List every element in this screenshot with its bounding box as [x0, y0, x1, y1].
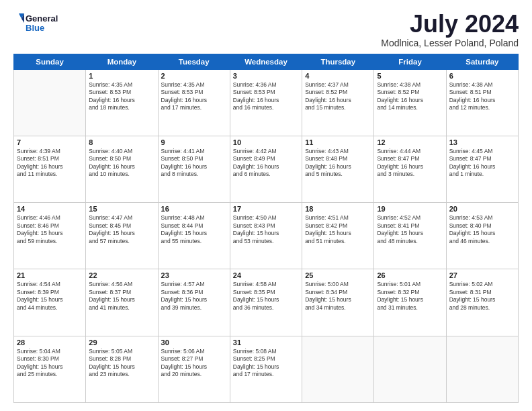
- svg-text:General: General: [26, 13, 58, 24]
- col-tuesday: Tuesday: [158, 54, 230, 69]
- cell-content: Sunrise: 4:36 AM Sunset: 8:53 PM Dayligh…: [233, 81, 299, 112]
- table-row: 28Sunrise: 5:04 AM Sunset: 8:30 PM Dayli…: [14, 336, 86, 402]
- table-row: 24Sunrise: 4:58 AM Sunset: 8:35 PM Dayli…: [230, 269, 302, 336]
- header: General Blue July 2024 Modlnica, Lesser …: [13, 11, 519, 48]
- table-row: 5Sunrise: 4:38 AM Sunset: 8:52 PM Daylig…: [374, 69, 446, 136]
- calendar-week-row: 28Sunrise: 5:04 AM Sunset: 8:30 PM Dayli…: [14, 336, 519, 402]
- cell-content: Sunrise: 4:38 AM Sunset: 8:52 PM Dayligh…: [377, 81, 443, 112]
- page: General Blue July 2024 Modlnica, Lesser …: [0, 0, 532, 411]
- calendar-table: Sunday Monday Tuesday Wednesday Thursday…: [13, 54, 519, 403]
- cell-content: Sunrise: 4:35 AM Sunset: 8:53 PM Dayligh…: [89, 81, 154, 112]
- cell-content: Sunrise: 4:41 AM Sunset: 8:50 PM Dayligh…: [161, 148, 227, 179]
- day-number: 10: [233, 138, 299, 146]
- col-saturday: Saturday: [446, 54, 518, 69]
- cell-content: Sunrise: 5:05 AM Sunset: 8:28 PM Dayligh…: [89, 348, 154, 379]
- cell-content: Sunrise: 4:48 AM Sunset: 8:44 PM Dayligh…: [161, 214, 227, 245]
- table-row: 17Sunrise: 4:50 AM Sunset: 8:43 PM Dayli…: [230, 203, 302, 269]
- table-row: 19Sunrise: 4:52 AM Sunset: 8:41 PM Dayli…: [374, 203, 446, 269]
- cell-content: Sunrise: 5:01 AM Sunset: 8:32 PM Dayligh…: [377, 281, 443, 312]
- table-row: 4Sunrise: 4:37 AM Sunset: 8:52 PM Daylig…: [302, 69, 374, 136]
- table-row: [446, 336, 518, 402]
- cell-content: Sunrise: 4:39 AM Sunset: 8:51 PM Dayligh…: [17, 148, 83, 179]
- table-row: 25Sunrise: 5:00 AM Sunset: 8:34 PM Dayli…: [302, 269, 374, 336]
- day-number: 23: [161, 271, 227, 279]
- table-row: 7Sunrise: 4:39 AM Sunset: 8:51 PM Daylig…: [14, 136, 86, 202]
- table-row: 21Sunrise: 4:54 AM Sunset: 8:39 PM Dayli…: [14, 269, 86, 336]
- cell-content: Sunrise: 4:35 AM Sunset: 8:53 PM Dayligh…: [161, 81, 227, 112]
- table-row: 22Sunrise: 4:56 AM Sunset: 8:37 PM Dayli…: [86, 269, 158, 336]
- table-row: 27Sunrise: 5:02 AM Sunset: 8:31 PM Dayli…: [446, 269, 518, 336]
- calendar-week-row: 7Sunrise: 4:39 AM Sunset: 8:51 PM Daylig…: [14, 136, 519, 202]
- table-row: 11Sunrise: 4:43 AM Sunset: 8:48 PM Dayli…: [302, 136, 374, 202]
- cell-content: Sunrise: 4:37 AM Sunset: 8:52 PM Dayligh…: [305, 81, 371, 112]
- cell-content: Sunrise: 4:40 AM Sunset: 8:50 PM Dayligh…: [89, 148, 154, 179]
- day-number: 2: [161, 72, 227, 80]
- cell-content: Sunrise: 4:51 AM Sunset: 8:42 PM Dayligh…: [305, 214, 371, 245]
- day-number: 8: [89, 138, 154, 146]
- day-number: 27: [449, 271, 515, 279]
- col-friday: Friday: [374, 54, 446, 69]
- table-row: 29Sunrise: 5:05 AM Sunset: 8:28 PM Dayli…: [86, 336, 158, 402]
- cell-content: Sunrise: 5:04 AM Sunset: 8:30 PM Dayligh…: [17, 348, 83, 379]
- day-number: 3: [233, 72, 299, 80]
- day-number: 6: [449, 72, 515, 80]
- month-title: July 2024: [381, 11, 519, 38]
- cell-content: Sunrise: 5:08 AM Sunset: 8:25 PM Dayligh…: [233, 348, 299, 379]
- day-number: 19: [377, 205, 443, 213]
- table-row: [302, 336, 374, 402]
- day-number: 29: [89, 338, 154, 347]
- day-number: 25: [305, 271, 371, 279]
- title-block: July 2024 Modlnica, Lesser Poland, Polan…: [381, 11, 519, 48]
- table-row: 18Sunrise: 4:51 AM Sunset: 8:42 PM Dayli…: [302, 203, 374, 269]
- table-row: 31Sunrise: 5:08 AM Sunset: 8:25 PM Dayli…: [230, 336, 302, 402]
- table-row: 2Sunrise: 4:35 AM Sunset: 8:53 PM Daylig…: [158, 69, 230, 136]
- day-number: 28: [17, 338, 83, 347]
- cell-content: Sunrise: 4:52 AM Sunset: 8:41 PM Dayligh…: [377, 214, 443, 245]
- table-row: 8Sunrise: 4:40 AM Sunset: 8:50 PM Daylig…: [86, 136, 158, 202]
- day-number: 18: [305, 205, 371, 213]
- day-number: 31: [233, 338, 299, 347]
- day-number: 7: [17, 138, 83, 146]
- calendar-week-row: 21Sunrise: 4:54 AM Sunset: 8:39 PM Dayli…: [14, 269, 519, 336]
- svg-text:Blue: Blue: [26, 23, 44, 33]
- table-row: 1Sunrise: 4:35 AM Sunset: 8:53 PM Daylig…: [86, 69, 158, 136]
- table-row: 3Sunrise: 4:36 AM Sunset: 8:53 PM Daylig…: [230, 69, 302, 136]
- cell-content: Sunrise: 4:50 AM Sunset: 8:43 PM Dayligh…: [233, 214, 299, 245]
- calendar-week-row: 1Sunrise: 4:35 AM Sunset: 8:53 PM Daylig…: [14, 69, 519, 136]
- day-number: 30: [161, 338, 227, 347]
- day-number: 5: [377, 72, 443, 80]
- cell-content: Sunrise: 4:56 AM Sunset: 8:37 PM Dayligh…: [89, 281, 154, 312]
- calendar-week-row: 14Sunrise: 4:46 AM Sunset: 8:46 PM Dayli…: [14, 203, 519, 269]
- cell-content: Sunrise: 4:45 AM Sunset: 8:47 PM Dayligh…: [449, 148, 515, 179]
- cell-content: Sunrise: 4:38 AM Sunset: 8:51 PM Dayligh…: [449, 81, 515, 112]
- cell-content: Sunrise: 4:44 AM Sunset: 8:47 PM Dayligh…: [377, 148, 443, 179]
- col-thursday: Thursday: [302, 54, 374, 69]
- col-sunday: Sunday: [14, 54, 86, 69]
- table-row: 9Sunrise: 4:41 AM Sunset: 8:50 PM Daylig…: [158, 136, 230, 202]
- cell-content: Sunrise: 4:53 AM Sunset: 8:40 PM Dayligh…: [449, 214, 515, 245]
- day-number: 14: [17, 205, 83, 213]
- day-number: 17: [233, 205, 299, 213]
- table-row: 20Sunrise: 4:53 AM Sunset: 8:40 PM Dayli…: [446, 203, 518, 269]
- cell-content: Sunrise: 4:47 AM Sunset: 8:45 PM Dayligh…: [89, 214, 154, 245]
- day-number: 16: [161, 205, 227, 213]
- day-number: 12: [377, 138, 443, 146]
- table-row: 15Sunrise: 4:47 AM Sunset: 8:45 PM Dayli…: [86, 203, 158, 269]
- day-number: 9: [161, 138, 227, 146]
- logo-svg: General Blue: [13, 11, 74, 35]
- day-number: 15: [89, 205, 154, 213]
- col-wednesday: Wednesday: [230, 54, 302, 69]
- day-number: 4: [305, 72, 371, 80]
- table-row: [14, 69, 86, 136]
- day-number: 13: [449, 138, 515, 146]
- table-row: 14Sunrise: 4:46 AM Sunset: 8:46 PM Dayli…: [14, 203, 86, 269]
- day-number: 20: [449, 205, 515, 213]
- table-row: 30Sunrise: 5:06 AM Sunset: 8:27 PM Dayli…: [158, 336, 230, 402]
- table-row: 26Sunrise: 5:01 AM Sunset: 8:32 PM Dayli…: [374, 269, 446, 336]
- day-number: 11: [305, 138, 371, 146]
- table-row: 10Sunrise: 4:42 AM Sunset: 8:49 PM Dayli…: [230, 136, 302, 202]
- cell-content: Sunrise: 4:54 AM Sunset: 8:39 PM Dayligh…: [17, 281, 83, 312]
- table-row: 13Sunrise: 4:45 AM Sunset: 8:47 PM Dayli…: [446, 136, 518, 202]
- table-row: 23Sunrise: 4:57 AM Sunset: 8:36 PM Dayli…: [158, 269, 230, 336]
- col-monday: Monday: [86, 54, 158, 69]
